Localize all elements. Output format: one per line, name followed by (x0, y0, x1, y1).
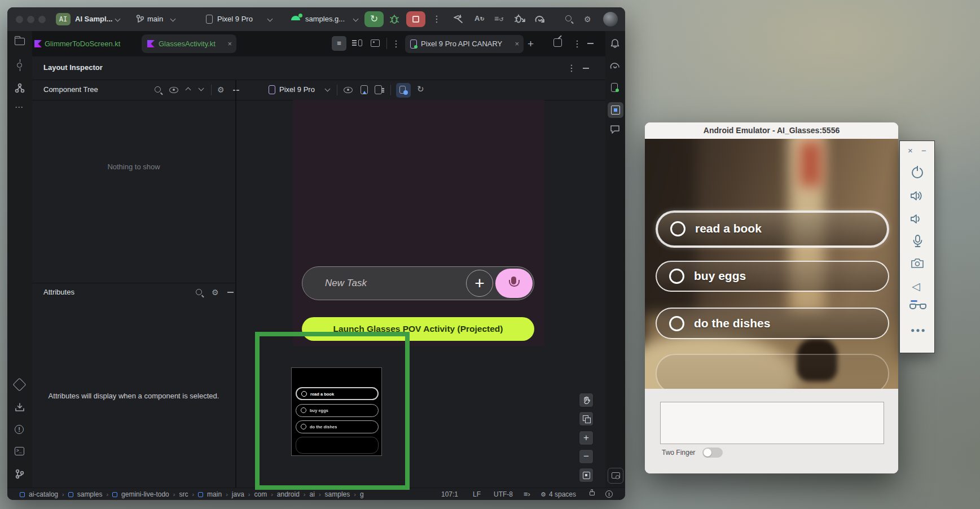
breadcrumb[interactable]: ai-catalog› samples› gemini-live-todo› s… (20, 488, 364, 500)
refresh-icon[interactable]: ↻ (417, 84, 424, 94)
git-tool-icon[interactable] (15, 469, 24, 479)
running-devices-kebab[interactable]: ⋮ (573, 31, 582, 56)
run-options-kebab[interactable]: ⋮ (432, 7, 441, 31)
collapse-all-icon[interactable] (199, 86, 204, 91)
close-window-button[interactable] (16, 16, 23, 23)
back-icon[interactable]: ◁ (912, 280, 920, 293)
editor-kebab[interactable]: ⋮ (392, 31, 401, 56)
sync-icon[interactable]: ≡↺ (494, 14, 504, 23)
volume-down-icon[interactable] (910, 213, 925, 225)
debug-icon[interactable] (389, 14, 400, 24)
device-mirror-screen[interactable]: New Task + Launch Glasses POV Activity (… (293, 100, 544, 346)
view-options-icon[interactable] (344, 87, 353, 93)
panel-kebab[interactable]: ⋮ (567, 58, 576, 78)
attributes-settings-icon[interactable]: ⚙ (212, 288, 219, 296)
radio-icon[interactable] (669, 316, 684, 331)
minimize-panel-icon[interactable] (583, 68, 589, 69)
downloads-tool-icon[interactable] (15, 402, 25, 413)
tab-glassesactivity[interactable]: GlassesActivity.kt × (142, 34, 236, 53)
inspector-device-selector[interactable]: Pixel 9 Pro (279, 85, 315, 94)
editor-view-lines-icon[interactable]: ≡ (332, 36, 346, 51)
search-icon[interactable] (155, 86, 161, 93)
search-icon[interactable] (196, 289, 202, 295)
more-options-icon[interactable]: ●●● (911, 326, 926, 334)
3d-mode-button[interactable] (579, 411, 594, 426)
caret-position[interactable]: 107:1 (441, 488, 458, 500)
close-tab-icon[interactable]: × (515, 35, 519, 53)
camera-icon[interactable] (911, 257, 924, 269)
avatar[interactable] (603, 12, 618, 27)
touchpad-area[interactable] (660, 402, 884, 444)
run-config-selector[interactable]: samples.g... (305, 7, 345, 31)
tab-glimmertodoscreen[interactable]: GlimmerToDoScreen.kt (45, 31, 120, 56)
todo-item[interactable]: buy eggs (656, 261, 889, 292)
emulator-titlebar[interactable]: Android Emulator - AI_Glasses:5556 (645, 122, 898, 139)
todo-item-selected[interactable]: read a book (656, 210, 889, 248)
editor-view-image-icon[interactable] (368, 36, 383, 51)
radio-icon[interactable] (670, 221, 685, 236)
branch-selector[interactable]: main (147, 7, 163, 31)
pan-mode-button[interactable] (579, 393, 594, 407)
feedback-chat-icon[interactable] (610, 125, 620, 134)
device-selector[interactable]: Pixel 9 Pro (217, 7, 253, 31)
gradle-tool-icon[interactable] (609, 61, 621, 70)
minimize-icon[interactable]: − (921, 146, 926, 155)
open-in-window-icon[interactable] (553, 38, 562, 47)
line-ending[interactable]: LF (473, 488, 481, 500)
new-task-input[interactable]: New Task + (302, 266, 534, 300)
layout-inspector-tool-icon[interactable] (608, 102, 623, 118)
visibility-icon[interactable] (169, 87, 178, 93)
todo-item[interactable]: do the dishes (656, 308, 889, 339)
rerun-button[interactable]: ↻ (364, 11, 384, 27)
voice-input-button[interactable] (495, 269, 533, 298)
apply-changes-icon[interactable]: A↻ (474, 14, 485, 23)
editor-view-split-icon[interactable] (350, 36, 364, 51)
problems-tool-icon[interactable]: ! (15, 425, 24, 434)
maximize-window-button[interactable] (38, 16, 46, 23)
two-finger-toggle[interactable] (702, 447, 723, 458)
attach-debugger-icon[interactable] (514, 14, 526, 24)
expand-all-icon[interactable] (186, 87, 191, 93)
zoom-out-button[interactable]: − (579, 449, 594, 464)
gradle-sync-icon[interactable] (534, 14, 547, 24)
volume-up-icon[interactable] (910, 190, 925, 202)
export-snapshot-icon[interactable] (375, 85, 382, 94)
power-icon[interactable] (912, 167, 923, 178)
lock-icon[interactable] (590, 492, 595, 495)
structure-tool-icon[interactable] (15, 83, 25, 93)
close-icon[interactable]: × (908, 146, 913, 155)
minimize-window-button[interactable] (27, 16, 34, 23)
add-device-tab-icon[interactable]: + (528, 31, 534, 56)
zoom-to-fit-button[interactable] (579, 468, 594, 482)
gem-tool-icon[interactable] (12, 378, 26, 391)
live-updates-toggle[interactable] (396, 83, 411, 98)
minimize-panel-icon[interactable] (587, 43, 594, 44)
project-selector[interactable]: AI Sampl... (75, 7, 112, 31)
hide-panel-icon[interactable] (227, 292, 234, 293)
project-tool-icon[interactable] (15, 38, 25, 45)
settings-gear-icon[interactable]: ⚙ (584, 15, 591, 23)
mic-icon[interactable] (912, 234, 923, 249)
file-encoding[interactable]: UTF-8 (494, 488, 513, 500)
indent-icon[interactable]: ≡› (524, 488, 530, 500)
error-indicator-icon[interactable]: ! (605, 490, 613, 498)
notifications-bell-icon[interactable] (610, 38, 620, 49)
add-task-button[interactable]: + (466, 270, 493, 297)
search-icon[interactable] (565, 15, 572, 21)
zoom-in-button[interactable]: + (579, 431, 594, 445)
snapshot-icon[interactable] (361, 85, 368, 94)
more-tools-icon[interactable]: ⋯ (15, 102, 24, 112)
tree-settings-icon[interactable]: ⚙ (217, 86, 225, 94)
hand-icon (582, 396, 591, 405)
stop-button[interactable] (406, 11, 425, 27)
indent-setting[interactable]: 4 spaces (549, 488, 576, 500)
running-devices-tab[interactable]: Pixel 9 Pro API CANARY × (405, 35, 524, 53)
build-icon[interactable] (453, 14, 465, 24)
ui-check-tool-icon[interactable] (608, 468, 623, 484)
emulator-screen[interactable]: read a book buy eggs do the dishes (645, 139, 898, 389)
terminal-tool-icon[interactable]: >_ (15, 447, 24, 455)
radio-icon[interactable] (669, 269, 684, 284)
close-tab-icon[interactable]: × (227, 34, 232, 53)
divider (390, 85, 391, 95)
panel-divider[interactable] (235, 80, 236, 488)
